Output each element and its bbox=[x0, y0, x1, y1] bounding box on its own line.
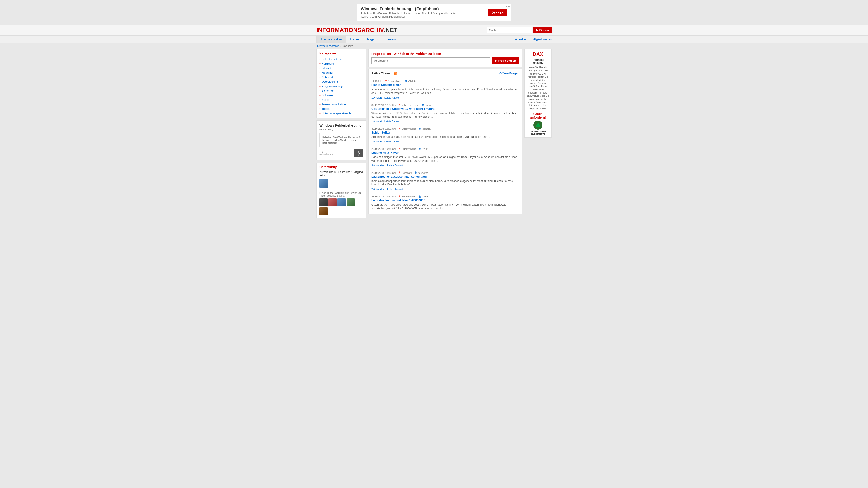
table-row: 30.10.2018, 18:51 Uhr Suomy Nona IsarLuc… bbox=[369, 125, 522, 145]
topic-meta: 28.10.2018, 17:57 Uhr Suomy Nona Viktor bbox=[371, 195, 519, 198]
answer-count[interactable]: 2 Antworten bbox=[371, 188, 384, 191]
category-hardware[interactable]: Hardware bbox=[322, 62, 334, 65]
user-icon bbox=[418, 128, 421, 130]
categories-title: Kategorien bbox=[319, 52, 363, 55]
topics-header: Aktive Themen ▩ Offene Fragen bbox=[369, 69, 522, 77]
last-answer[interactable]: Letzte Antwort bbox=[384, 96, 400, 99]
user-icon bbox=[422, 104, 424, 106]
category-treiber[interactable]: Treiber bbox=[322, 107, 331, 110]
topic-title[interactable]: Planet Coaster fehler bbox=[371, 83, 519, 87]
topic-time: 28.10.2018, 17:57 Uhr bbox=[371, 195, 396, 198]
nav-items: Thema erstellen Forum Magazin Lexikon bbox=[316, 36, 401, 43]
top-ad-button[interactable]: ÖFFNEN bbox=[488, 9, 507, 16]
category-netzwerk[interactable]: Netzwerk bbox=[322, 76, 333, 79]
top-ad-banner: ✕ ▶ Windows Fehlerbehebung - (Empfohlen)… bbox=[357, 4, 511, 21]
sidebar-ad-url: techloris.com bbox=[319, 153, 333, 156]
top-ad-title: Windows Fehlerbehebung - (Empfohlen) bbox=[361, 6, 457, 11]
list-item: Sicherheit bbox=[319, 89, 363, 93]
nav-item-thema-erstellen[interactable]: Thema erstellen bbox=[316, 36, 346, 43]
user-icon bbox=[418, 148, 421, 150]
category-spiele[interactable]: Spiele bbox=[322, 98, 330, 101]
mitglied-werden-link[interactable]: Mitglied werden bbox=[532, 38, 552, 41]
main-nav: Thema erstellen Forum Magazin Lexikon An… bbox=[0, 36, 868, 43]
sidebar-ad-desc: Beheben Sie Windows-Fehler in 2 Minuten.… bbox=[319, 133, 363, 147]
topic-footer: 1 Antwort Letzte Antwort bbox=[371, 120, 519, 123]
sidebar-ad-arrow[interactable]: ❯ bbox=[354, 149, 363, 158]
topic-title[interactable]: beim drucken kommt feler 0x80004005 bbox=[371, 199, 519, 202]
nav-item-forum[interactable]: Forum bbox=[346, 36, 363, 43]
topic-title[interactable]: Ladung MP3 Player bbox=[371, 151, 519, 154]
topic-user: IsarLucy bbox=[418, 127, 431, 130]
user-icon bbox=[418, 195, 421, 198]
last-answer[interactable]: Letzte Antwort bbox=[384, 120, 400, 123]
last-answer[interactable]: Letzte Antwort bbox=[387, 164, 403, 167]
search-area: Finden bbox=[487, 27, 552, 33]
user-icon bbox=[414, 171, 417, 174]
sidebar-ad-subtitle: (Empfohlen) bbox=[319, 128, 363, 131]
list-item: Treiber bbox=[319, 107, 363, 111]
topic-meta: 29.10.2018, 19:38 Uhr Suomy Nona Rolli21 bbox=[371, 148, 519, 150]
header: INFORMATIONSARCHIV.NET Finden bbox=[0, 25, 868, 36]
location-icon bbox=[398, 128, 401, 130]
anmelden-link[interactable]: Anmelden bbox=[515, 38, 527, 41]
right-ad-brand-name: GRÜNERFISHER INVESTMENTS bbox=[527, 131, 549, 135]
category-modding[interactable]: Modding bbox=[322, 71, 333, 74]
list-item: Internet bbox=[319, 66, 363, 70]
category-telekommunikation[interactable]: Telekommunikation bbox=[322, 103, 346, 106]
question-input[interactable] bbox=[371, 57, 490, 64]
category-software[interactable]: Software bbox=[322, 94, 333, 97]
right-ad-cta[interactable]: Gratis anfordern! bbox=[527, 112, 549, 119]
nav-item-magazin[interactable]: Magazin bbox=[363, 36, 382, 43]
rss-icon[interactable]: ▩ bbox=[394, 71, 397, 75]
category-unterhaltungselektronik[interactable]: Unterhaltungselektronik bbox=[322, 112, 351, 115]
nav-item-lexikon[interactable]: Lexikon bbox=[382, 36, 401, 43]
category-sicherheit[interactable]: Sicherheit bbox=[322, 89, 334, 92]
category-betriebssysteme[interactable]: Betriebssysteme bbox=[322, 58, 342, 61]
topic-meta: 30.10.2018, 18:51 Uhr Suomy Nona IsarLuc… bbox=[371, 127, 519, 130]
sidebar-categories: Kategorien Betriebssysteme Hardware Inte… bbox=[316, 49, 366, 118]
sidebar-ad-title: Windows Fehlerbehebung bbox=[319, 123, 363, 127]
list-item: Overclocking bbox=[319, 79, 363, 84]
list-item: Software bbox=[319, 93, 363, 98]
category-programmierung[interactable]: Programmierung bbox=[322, 85, 343, 88]
topic-location: Suomy Nona bbox=[398, 148, 416, 150]
answer-count[interactable]: 1 Antwort bbox=[371, 120, 382, 123]
search-input[interactable] bbox=[487, 27, 532, 33]
question-submit-button[interactable]: Frage stellen bbox=[492, 57, 519, 64]
community-note: Einige Nutzer waren in den letzten 30 Ta… bbox=[319, 192, 363, 197]
answer-count[interactable]: 3 Antworten bbox=[371, 164, 384, 167]
list-item: Spiele bbox=[319, 98, 363, 102]
topic-title[interactable]: Lautsprecher ausgeschaltet scheint auf, bbox=[371, 175, 519, 178]
table-row: 14:43 Uhr Suomy Nona VINI_8 Planet Coast… bbox=[369, 77, 522, 101]
sidebar-ad: Windows Fehlerbehebung (Empfohlen) Beheb… bbox=[316, 121, 366, 160]
topic-excerpt: Immer wenn ich planet coaster öffne komm… bbox=[371, 88, 519, 95]
topic-meta: 02.11.2018, 17:27 Uhr schwedenmann Babo bbox=[371, 104, 519, 106]
location-icon bbox=[398, 195, 401, 198]
sidebar-ad-icons: ✕ ▶ bbox=[319, 151, 333, 153]
top-ad-close[interactable]: ✕ ▶ bbox=[505, 5, 510, 8]
open-questions-link[interactable]: Offene Fragen bbox=[499, 72, 519, 75]
location-icon bbox=[398, 148, 401, 150]
site-logo: INFORMATIONSARCHIV.NET bbox=[316, 27, 397, 34]
topic-title[interactable]: USB Stick mit Windows 10 wird nicht erka… bbox=[371, 107, 519, 110]
gruner-fisher-icon: 🌲 bbox=[533, 121, 542, 130]
category-internet[interactable]: Internet bbox=[322, 67, 331, 70]
last-answer[interactable]: Letzte Antwort bbox=[384, 140, 400, 143]
active-topics-title: Aktive Themen bbox=[371, 72, 392, 75]
topic-meta: 29.10.2018, 18:19 Uhr Bernhard Zauberer bbox=[371, 171, 519, 174]
breadcrumb-current: Startseite bbox=[342, 44, 353, 48]
main-layout: Kategorien Betriebssysteme Hardware Inte… bbox=[314, 49, 554, 222]
last-answer[interactable]: Letzte Antwort bbox=[387, 188, 403, 191]
community-avatars bbox=[319, 198, 363, 215]
breadcrumb-home[interactable]: Informationsarchiv bbox=[316, 44, 339, 48]
answer-count[interactable]: 1 Antwort bbox=[371, 140, 382, 143]
right-ad-body: Wenn Sie über ein Vermögen von mehr als … bbox=[527, 66, 549, 110]
location-icon bbox=[384, 80, 387, 83]
answer-count[interactable]: 1 Antwort bbox=[371, 96, 382, 99]
category-overclocking[interactable]: Overclocking bbox=[322, 80, 338, 84]
location-icon bbox=[398, 171, 401, 174]
topics-header-left: Aktive Themen ▩ bbox=[371, 71, 397, 75]
search-button[interactable]: Finden bbox=[533, 27, 552, 33]
topic-title[interactable]: Spider Solitär bbox=[371, 131, 519, 134]
topic-footer: 2 Antworten Letzte Antwort bbox=[371, 188, 519, 191]
